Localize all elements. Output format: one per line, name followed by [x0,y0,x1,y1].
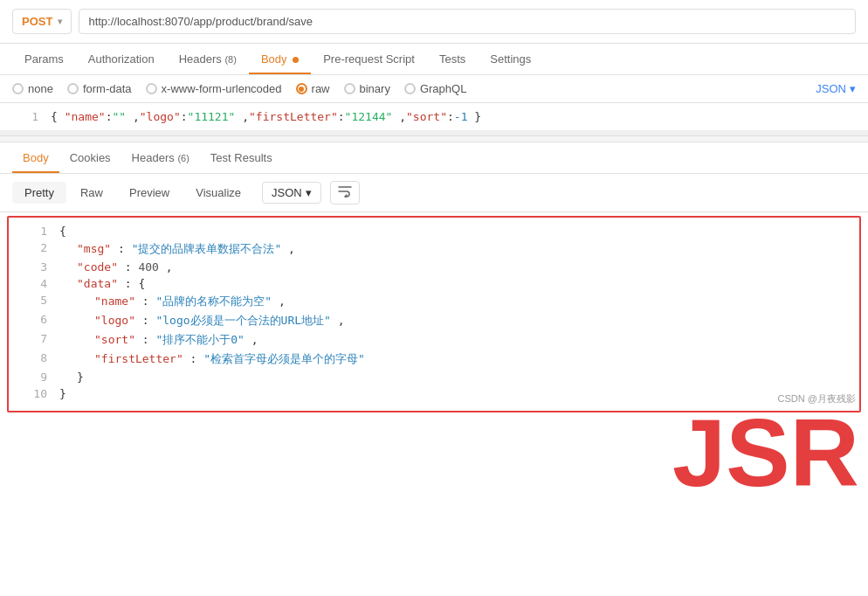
resp-line-5: 5 "name" : "品牌的名称不能为空" , [9,292,859,311]
response-section: Body Cookies Headers (6) Test Results Pr… [0,142,868,412]
view-tab-raw[interactable]: Raw [68,182,115,204]
resp-line-1: 1 { [9,223,859,239]
tab-headers[interactable]: Headers (8) [167,44,249,74]
radio-dot-binary [344,83,355,94]
response-tab-cookies[interactable]: Cookies [59,142,121,173]
url-input[interactable] [79,9,856,34]
radio-dot-graphql [404,83,416,94]
view-json-select[interactable]: JSON ▾ [262,182,321,204]
request-tab-bar: Params Authorization Headers (8) Body Pr… [0,44,868,75]
resp-line-6: 6 "logo" : "logo必须是一个合法的URL地址" , [9,311,859,330]
response-json-body: 1 { 2 "msg" : "提交的品牌表单数据不合法" , 3 "code" … [7,216,861,412]
resp-line-2: 2 "msg" : "提交的品牌表单数据不合法" , [9,239,859,259]
view-tab-bar: Pretty Raw Preview Visualize JSON ▾ [0,174,868,212]
method-select[interactable]: POST ▾ [12,9,72,34]
radio-none[interactable]: none [12,82,53,95]
resp-line-4: 4 "data" : { [9,275,859,292]
tab-tests[interactable]: Tests [427,44,478,74]
view-tab-pretty[interactable]: Pretty [12,182,66,204]
resp-line-9: 9 } [9,369,859,385]
radio-dot-none [12,83,24,94]
tab-pre-request[interactable]: Pre-request Script [311,44,427,74]
resp-line-8: 8 "firstLetter" : "检索首字母必须是单个的字母" [9,350,859,369]
tab-body[interactable]: Body [249,44,311,74]
url-bar: POST ▾ [0,0,868,44]
request-line-1: 1 { "name":"" ,"logo":"11121" ,"firstLet… [0,108,868,125]
radio-dot-urlencoded [146,83,157,94]
request-body-editor: 1 { "name":"" ,"logo":"11121" ,"firstLet… [0,103,868,135]
resp-line-3: 3 "code" : 400 , [9,259,859,275]
view-tab-preview[interactable]: Preview [117,182,182,204]
radio-graphql[interactable]: GraphQL [404,82,466,95]
wrap-button[interactable] [330,181,360,204]
resp-line-10: 10 } [9,385,859,402]
response-tab-test-results[interactable]: Test Results [200,142,283,173]
response-tab-body[interactable]: Body [12,142,59,173]
radio-binary[interactable]: binary [344,82,390,95]
tab-settings[interactable]: Settings [478,44,543,74]
radio-dot-raw [296,83,307,94]
radio-urlencoded[interactable]: x-www-form-urlencoded [146,82,282,95]
json-chevron-icon: ▾ [850,82,856,95]
resp-line-7: 7 "sort" : "排序不能小于0" , [9,330,859,350]
body-dot [293,57,299,63]
json-dropdown[interactable]: JSON ▾ [816,82,856,95]
tab-params[interactable]: Params [12,44,76,74]
method-chevron: ▾ [58,17,62,26]
radio-form-data[interactable]: form-data [67,82,132,95]
response-tab-headers[interactable]: Headers (6) [121,142,200,173]
body-type-bar: none form-data x-www-form-urlencoded raw… [0,75,868,103]
radio-raw[interactable]: raw [296,82,330,95]
section-separator [0,135,868,142]
method-label: POST [22,15,52,28]
jsr-watermark: JSR [672,405,859,501]
tab-authorization[interactable]: Authorization [76,44,167,74]
radio-dot-form-data [67,83,79,94]
csdn-watermark: CSDN @月夜残影 [778,392,856,405]
response-tab-bar: Body Cookies Headers (6) Test Results [0,142,868,174]
view-json-chevron-icon: ▾ [306,186,312,199]
view-tab-visualize[interactable]: Visualize [183,182,253,204]
